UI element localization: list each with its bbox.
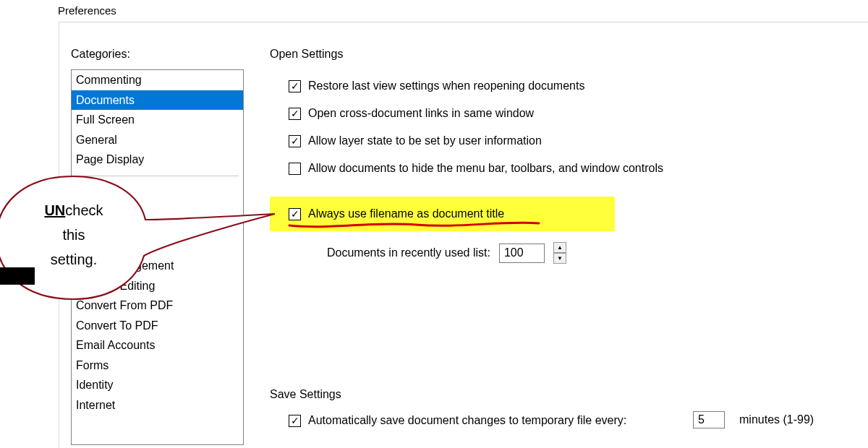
category-general[interactable]: General — [72, 130, 243, 150]
spinner-up-icon[interactable]: ▲ — [553, 242, 566, 253]
option-filename-as-title[interactable]: Always use filename as document title — [289, 207, 504, 220]
category-full-screen[interactable]: Full Screen — [72, 110, 243, 130]
checkbox-icon[interactable] — [289, 80, 301, 92]
recent-documents-row: Documents in recently used list: 100 ▲ ▼ — [327, 242, 566, 264]
autosave-minutes-units: minutes (1-99) — [739, 413, 814, 426]
category-convert-from-pdf[interactable]: Convert From PDF — [72, 296, 243, 316]
category-identity[interactable]: Identity — [72, 375, 243, 395]
category-commenting[interactable]: Commenting — [72, 70, 243, 90]
categories-listbox[interactable]: Commenting Documents Full Screen General… — [71, 69, 244, 445]
category-forms[interactable]: Forms — [72, 356, 243, 376]
window-title: Preferences — [58, 4, 116, 17]
category-documents[interactable]: Documents — [72, 90, 243, 111]
checkbox-icon[interactable] — [289, 108, 301, 120]
recent-documents-input[interactable]: 100 — [499, 244, 545, 263]
category-page-display[interactable]: Page Display — [72, 150, 243, 170]
spinner-down-icon[interactable]: ▼ — [553, 253, 566, 264]
option-label: Allow layer state to be set by user info… — [308, 134, 542, 147]
option-label: Allow documents to hide the menu bar, to… — [308, 162, 663, 175]
option-label: Open cross-document links in same window — [308, 107, 534, 120]
option-restore-last-view[interactable]: Restore last view settings when reopenin… — [289, 79, 584, 92]
option-hide-menu-bar[interactable]: Allow documents to hide the menu bar, to… — [289, 162, 663, 175]
option-layer-state[interactable]: Allow layer state to be set by user info… — [289, 134, 542, 147]
categories-label: Categories: — [71, 48, 130, 61]
option-cross-document-links[interactable]: Open cross-document links in same window — [289, 107, 534, 120]
category-separator — [76, 176, 239, 176]
checkbox-icon[interactable] — [289, 135, 301, 147]
checkbox-icon[interactable] — [289, 415, 301, 427]
category-adobe-services[interactable]: e Services — [72, 217, 243, 237]
recent-documents-label: Documents in recently used list: — [327, 246, 490, 259]
category-convert-to-pdf[interactable]: Convert To PDF — [72, 316, 243, 336]
category-email-accounts[interactable]: Email Accounts — [72, 335, 243, 356]
option-label: Always use filename as document title — [308, 207, 504, 220]
option-label: Restore last view settings when reopenin… — [308, 79, 584, 92]
save-settings-title: Save Settings — [270, 388, 341, 401]
category-color-management[interactable]: Management — [72, 256, 243, 276]
option-label: Automatically save document changes to t… — [308, 414, 626, 427]
checkbox-icon[interactable] — [289, 208, 301, 220]
checkbox-icon[interactable] — [289, 163, 301, 175]
category-content-editing[interactable]: Content Editing — [72, 276, 243, 296]
recent-documents-spinner: ▲ ▼ — [553, 242, 566, 264]
annotation-left-patch — [0, 267, 35, 285]
category-internet[interactable]: Internet — [72, 395, 243, 415]
autosave-minutes-input[interactable]: 5 — [693, 411, 725, 428]
option-autosave[interactable]: Automatically save document changes to t… — [289, 414, 626, 427]
open-settings-title: Open Settings — [270, 48, 343, 61]
